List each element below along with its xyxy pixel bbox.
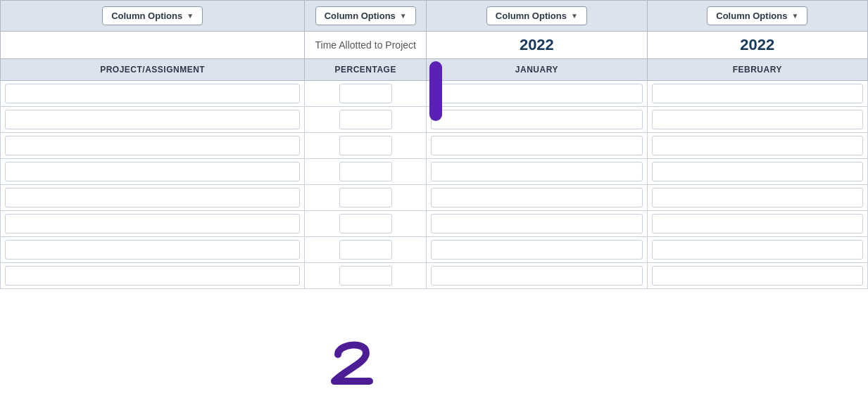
row7-col1-input[interactable] [5, 240, 300, 260]
row3-col4-input[interactable] [652, 136, 863, 155]
col1-options-cell: Column Options ▼ [1, 1, 305, 32]
row1-col4-input[interactable] [652, 84, 863, 103]
row8-col2 [305, 263, 427, 289]
table-row [1, 263, 868, 289]
col4-options-label: Column Options [716, 11, 787, 21]
row8-col1 [1, 263, 305, 289]
col2-options-button[interactable]: Column Options ▼ [315, 6, 416, 25]
col4-year-cell: 2022 [647, 32, 867, 59]
col1-options-label: Column Options [111, 11, 182, 21]
row5-col1-input[interactable] [5, 188, 300, 207]
row6-col1 [1, 211, 305, 237]
annotation-number-2 [324, 333, 380, 399]
col2-options-label: Column Options [325, 11, 396, 21]
row3-col4 [647, 133, 867, 159]
row8-col1-input[interactable] [5, 266, 300, 286]
row3-col2-input[interactable] [339, 136, 392, 155]
row1-col1 [1, 81, 305, 107]
row2-col4 [647, 107, 867, 133]
row6-col4-input[interactable] [652, 214, 863, 234]
row5-col3-input[interactable] [431, 188, 642, 207]
col1-dropdown-arrow-icon: ▼ [187, 12, 194, 20]
table-row [1, 211, 868, 237]
row6-col4 [647, 211, 867, 237]
col1-year-cell [1, 32, 305, 59]
time-allotted-label: Time Allotted to Project [315, 39, 416, 51]
col2-header: PERCENTAGE [305, 59, 427, 81]
row8-col3 [427, 263, 647, 289]
row1-col2-input[interactable] [339, 84, 392, 103]
col3-header: JANUARY [427, 59, 647, 81]
row4-col1 [1, 159, 305, 185]
col1-options-button[interactable]: Column Options ▼ [102, 6, 203, 25]
table-row [1, 159, 868, 185]
row7-col3 [427, 237, 647, 263]
row2-col1-input[interactable] [5, 110, 300, 129]
row2-col2 [305, 107, 427, 133]
row1-col2 [305, 81, 427, 107]
row2-col2-input[interactable] [339, 110, 392, 129]
row4-col4 [647, 159, 867, 185]
row1-col1-input[interactable] [5, 84, 300, 103]
col2-options-cell: Column Options ▼ [305, 1, 427, 32]
row6-col2-input[interactable] [339, 214, 392, 234]
col3-year-label: 2022 [520, 36, 554, 53]
main-table-container: Column Options ▼ Column Options ▼ Column… [0, 0, 868, 403]
row5-col4-input[interactable] [652, 188, 863, 207]
row7-col4-input[interactable] [652, 240, 863, 260]
data-table: Column Options ▼ Column Options ▼ Column… [0, 0, 868, 289]
col2-dropdown-arrow-icon: ▼ [400, 12, 407, 20]
row2-col3 [427, 107, 647, 133]
row2-col4-input[interactable] [652, 110, 863, 129]
row2-col1 [1, 107, 305, 133]
row7-col2 [305, 237, 427, 263]
row4-col3 [427, 159, 647, 185]
row1-col4 [647, 81, 867, 107]
row1-col3-input[interactable] [431, 84, 642, 103]
year-row: Time Allotted to Project 2022 2022 [1, 32, 868, 59]
col3-dropdown-arrow-icon: ▼ [571, 12, 578, 20]
column-options-row: Column Options ▼ Column Options ▼ Column… [1, 1, 868, 32]
row3-col1-input[interactable] [5, 136, 300, 155]
row3-col3-input[interactable] [431, 136, 642, 155]
col4-header: FEBRUARY [647, 59, 867, 81]
col3-options-button[interactable]: Column Options ▼ [486, 6, 587, 25]
row4-col1-input[interactable] [5, 162, 300, 181]
col1-header: PROJECT/ASSIGNMENT [1, 59, 305, 81]
row5-col2-input[interactable] [339, 188, 392, 207]
column-divider-pill [429, 61, 442, 121]
row4-col4-input[interactable] [652, 162, 863, 181]
row8-col3-input[interactable] [431, 266, 642, 286]
row7-col1 [1, 237, 305, 263]
col4-options-button[interactable]: Column Options ▼ [707, 6, 807, 25]
col4-year-label: 2022 [740, 36, 774, 53]
row4-col2-input[interactable] [339, 162, 392, 181]
col4-dropdown-arrow-icon: ▼ [791, 12, 798, 20]
table-row [1, 237, 868, 263]
row8-col4 [647, 263, 867, 289]
row6-col3-input[interactable] [431, 214, 642, 234]
col3-options-cell: Column Options ▼ [427, 1, 647, 32]
table-row [1, 185, 868, 211]
col4-options-cell: Column Options ▼ [647, 1, 867, 32]
row1-col3 [427, 81, 647, 107]
row6-col1-input[interactable] [5, 214, 300, 234]
row7-col3-input[interactable] [431, 240, 642, 260]
table-row [1, 133, 868, 159]
row4-col2 [305, 159, 427, 185]
row2-col3-input[interactable] [431, 110, 642, 129]
row5-col2 [305, 185, 427, 211]
row8-col4-input[interactable] [652, 266, 863, 286]
col3-options-label: Column Options [496, 11, 567, 21]
row3-col2 [305, 133, 427, 159]
row3-col3 [427, 133, 647, 159]
row6-col3 [427, 211, 647, 237]
row7-col2-input[interactable] [339, 240, 392, 260]
row8-col2-input[interactable] [339, 266, 392, 286]
row4-col3-input[interactable] [431, 162, 642, 181]
row5-col3 [427, 185, 647, 211]
row6-col2 [305, 211, 427, 237]
row5-col1 [1, 185, 305, 211]
row7-col4 [647, 237, 867, 263]
row5-col4 [647, 185, 867, 211]
